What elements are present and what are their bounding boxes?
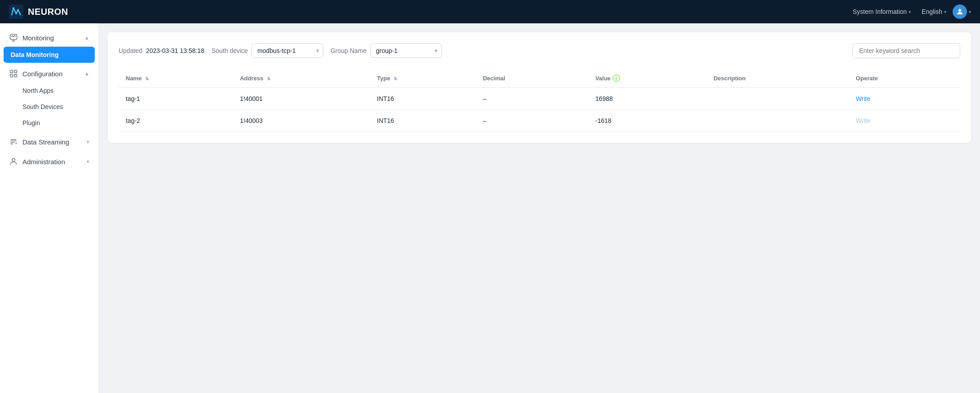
south-device-label: South device [212, 47, 248, 54]
value-info-icon[interactable]: i [613, 74, 620, 82]
col-address: Address ⇅ [233, 69, 370, 87]
data-streaming-chevron-icon: ▾ [87, 139, 89, 145]
administration-label: Administration [22, 158, 65, 166]
row2-type: INT16 [370, 110, 476, 132]
south-devices-label: South Devices [22, 103, 63, 110]
user-chevron-icon: ▾ [969, 9, 971, 14]
north-apps-label: North Apps [22, 87, 53, 94]
data-streaming-label: Data Streaming [22, 138, 69, 146]
svg-rect-7 [14, 70, 17, 73]
svg-rect-0 [9, 4, 23, 19]
toolbar-updated: Updated 2023-03-31 13:58:18 [119, 47, 204, 54]
search-input[interactable] [852, 43, 960, 58]
data-monitoring-label: Data Monitoring [11, 51, 59, 58]
app-title: NEURON [28, 7, 68, 17]
user-avatar-wrapper[interactable]: ▾ [953, 4, 971, 19]
administration-title-row: Administration [9, 157, 87, 166]
main-layout: Monitoring ▲ Data Monitoring Configura [0, 23, 980, 393]
col-name: Name ⇅ [119, 69, 233, 87]
configuration-label: Configuration [22, 70, 62, 78]
monitoring-chevron-icon: ▲ [84, 35, 89, 40]
row2-value: -1618 [588, 110, 706, 132]
sidebar-section-data-streaming: Data Streaming ▾ [0, 133, 98, 151]
col-name-label: Name [126, 75, 141, 82]
type-sort-icon[interactable]: ⇅ [393, 76, 397, 81]
content-card: Updated 2023-03-31 13:58:18 South device… [108, 32, 971, 143]
svg-point-3 [17, 9, 19, 11]
row2-description [706, 110, 849, 132]
language-label: English [922, 8, 942, 15]
sidebar-section-administration: Administration ▾ [0, 153, 98, 170]
sidebar-section-monitoring: Monitoring ▲ Data Monitoring [0, 29, 98, 63]
svg-rect-6 [10, 70, 13, 73]
group-name-select-wrapper: group-1 [370, 44, 442, 58]
row2-write-button[interactable]: Write [856, 117, 870, 124]
table-header-row: Name ⇅ Address ⇅ Type ⇅ Decimal [119, 69, 960, 87]
language-button[interactable]: English ▾ [917, 5, 951, 18]
svg-point-10 [12, 158, 15, 162]
row1-value: 16988 [588, 87, 706, 110]
system-info-label: System Information [852, 8, 907, 15]
group-name-label: Group Name [331, 47, 366, 54]
row2-operate: Write [849, 110, 960, 132]
updated-label: Updated [119, 47, 142, 54]
address-sort-icon[interactable]: ⇅ [267, 76, 270, 81]
row1-address: 1!40001 [233, 87, 370, 110]
col-operate-label: Operate [856, 75, 878, 82]
toolbar: Updated 2023-03-31 13:58:18 South device… [119, 43, 960, 58]
user-icon [956, 8, 964, 16]
row2-address: 1!40003 [233, 110, 370, 132]
language-chevron-icon: ▾ [944, 9, 946, 14]
configuration-icon [9, 69, 18, 78]
table-row: tag-1 1!40001 INT16 – 16988 Write [119, 87, 960, 110]
sidebar-section-configuration: Configuration ▲ North Apps South Devices… [0, 65, 98, 131]
data-table: Name ⇅ Address ⇅ Type ⇅ Decimal [119, 69, 960, 132]
svg-rect-8 [10, 74, 13, 77]
sidebar-monitoring-header[interactable]: Monitoring ▲ [0, 29, 98, 47]
svg-point-2 [15, 13, 17, 14]
col-type: Type ⇅ [370, 69, 476, 87]
row1-name: tag-1 [119, 87, 233, 110]
row1-type: INT16 [370, 87, 476, 110]
administration-chevron-icon: ▾ [87, 159, 89, 165]
sidebar-data-streaming-header[interactable]: Data Streaming ▾ [0, 133, 98, 151]
administration-icon [9, 157, 18, 166]
updated-value: 2023-03-31 13:58:18 [146, 47, 204, 54]
row1-decimal: – [476, 87, 588, 110]
col-address-label: Address [240, 75, 263, 82]
neuron-logo-icon [9, 4, 23, 19]
sidebar-item-south-devices[interactable]: South Devices [0, 99, 98, 115]
user-avatar[interactable] [953, 4, 967, 19]
monitoring-label: Monitoring [22, 34, 54, 42]
monitoring-icon [9, 33, 18, 42]
south-device-select-wrapper: modbus-tcp-1 [252, 44, 323, 58]
table-row: tag-2 1!40003 INT16 – -1618 Write [119, 110, 960, 132]
col-value-label: Value [596, 75, 611, 82]
south-device-select[interactable]: modbus-tcp-1 [252, 44, 323, 58]
row1-write-button[interactable]: Write [856, 95, 870, 102]
sidebar-configuration-header[interactable]: Configuration ▲ [0, 65, 98, 83]
system-info-chevron-icon: ▾ [909, 9, 911, 14]
configuration-title-row: Configuration [9, 69, 84, 78]
svg-point-1 [13, 7, 14, 9]
sidebar: Monitoring ▲ Data Monitoring Configura [0, 23, 99, 393]
col-decimal: Decimal [476, 69, 588, 87]
sidebar-item-plugin[interactable]: Plugin [0, 115, 98, 131]
sidebar-item-data-monitoring[interactable]: Data Monitoring [4, 47, 95, 63]
row2-decimal: – [476, 110, 588, 132]
system-info-button[interactable]: System Information ▾ [848, 5, 915, 18]
plugin-label: Plugin [22, 119, 40, 127]
col-decimal-label: Decimal [483, 75, 505, 82]
south-device-group: South device modbus-tcp-1 [212, 44, 323, 58]
sidebar-item-north-apps[interactable]: North Apps [0, 83, 98, 99]
row2-name: tag-2 [119, 110, 233, 132]
topnav-right: System Information ▾ English ▾ ▾ [848, 4, 971, 19]
sidebar-administration-header[interactable]: Administration ▾ [0, 153, 98, 170]
svg-point-4 [958, 9, 961, 12]
group-name-select[interactable]: group-1 [370, 44, 442, 58]
monitoring-title-row: Monitoring [9, 33, 84, 42]
table-header: Name ⇅ Address ⇅ Type ⇅ Decimal [119, 69, 960, 87]
name-sort-icon[interactable]: ⇅ [145, 76, 149, 81]
configuration-chevron-icon: ▲ [84, 71, 89, 76]
data-streaming-title-row: Data Streaming [9, 137, 87, 146]
